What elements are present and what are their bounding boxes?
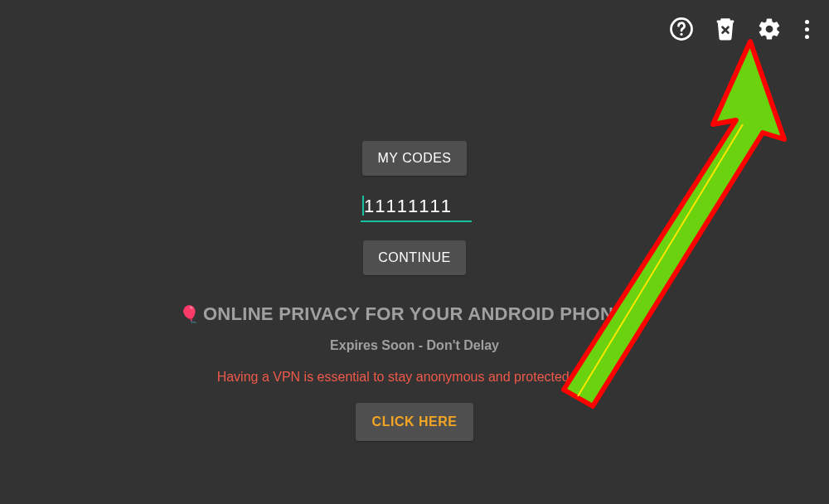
promo-subhead: Expires Soon - Don't Delay [330,338,499,353]
promo-warning: Having a VPN is essential to stay anonym… [217,370,613,385]
balloon-icon: 🎈 [179,304,200,324]
click-here-button[interactable]: CLICK HERE [356,403,474,441]
my-codes-button[interactable]: MY CODES [362,141,466,176]
balloon-icon: 🎈 [629,304,650,324]
more-button[interactable] [802,20,812,39]
more-icon [805,20,809,24]
text-caret [362,196,364,216]
promo-headline: 🎈 ONLINE PRIVACY FOR YOUR ANDROID PHONE … [179,303,651,325]
settings-button[interactable] [757,17,782,41]
delete-icon [714,17,737,41]
code-input-wrap [361,194,468,222]
svg-rect-3 [717,21,734,23]
continue-button[interactable]: CONTINUE [363,240,466,275]
toolbar [669,17,812,41]
delete-button[interactable] [714,17,737,41]
help-icon [669,17,694,41]
main-content: MY CODES CONTINUE 🎈 ONLINE PRIVACY FOR Y… [0,141,829,441]
gear-icon [757,17,782,41]
help-button[interactable] [669,17,694,41]
promo-headline-text: ONLINE PRIVACY FOR YOUR ANDROID PHONE [203,303,626,325]
svg-point-1 [680,33,682,36]
code-input[interactable] [361,194,472,222]
